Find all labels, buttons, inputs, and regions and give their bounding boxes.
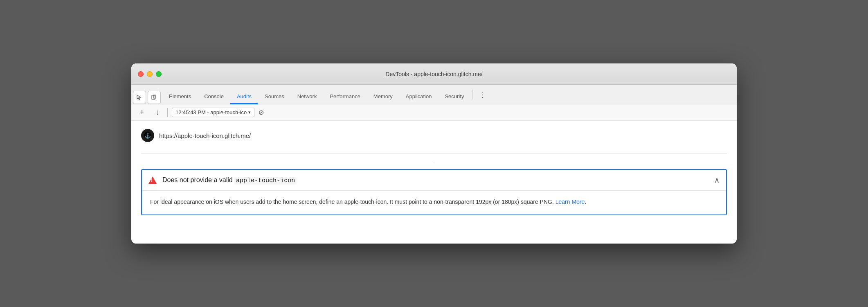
add-audit-button[interactable]: + — [136, 107, 148, 118]
tab-elements[interactable]: Elements — [162, 90, 198, 104]
glitch-logo-icon: ⚓ — [144, 131, 152, 140]
warning-title-code: apple-touch-icon — [234, 177, 297, 185]
toolbar-separator — [167, 108, 168, 117]
dropdown-arrow-icon: ▾ — [248, 110, 251, 115]
clear-audits-button[interactable]: ⊘ — [259, 108, 264, 116]
traffic-lights — [138, 71, 162, 77]
audit-run-selector[interactable]: 12:45:43 PM - apple-touch-ico ▾ — [172, 108, 254, 117]
warning-panel: Does not provide a valid apple-touch-ico… — [141, 169, 727, 215]
more-tabs-button[interactable]: ⋮ — [474, 87, 491, 102]
tab-application[interactable]: Application — [399, 90, 438, 104]
tab-security[interactable]: Security — [438, 90, 470, 104]
site-icon: ⚓ — [141, 129, 154, 142]
device-icon — [151, 94, 157, 101]
tab-performance[interactable]: Performance — [323, 90, 367, 104]
svg-text:⚓: ⚓ — [144, 132, 151, 139]
page-url: https://apple-touch-icon.glitch.me/ — [159, 132, 251, 139]
learn-more-link[interactable]: Learn More — [555, 199, 585, 205]
cursor-icon — [136, 94, 143, 101]
device-toolbar-button[interactable] — [148, 91, 161, 104]
content-divider — [141, 154, 727, 154]
warning-title: Does not provide a valid apple-touch-ico… — [162, 176, 714, 184]
secondary-toolbar: + ↓ 12:45:43 PM - apple-touch-ico ▾ ⊘ — [131, 104, 737, 121]
warning-title-plain: Does not provide a valid — [162, 176, 234, 183]
devtools-window: DevTools - apple-touch-icon.glitch.me/ E… — [131, 63, 737, 244]
audit-selector-text: 12:45:43 PM - apple-touch-ico — [175, 109, 247, 115]
warning-header[interactable]: Does not provide a valid apple-touch-ico… — [142, 170, 726, 190]
warning-body: For ideal appearance on iOS when users a… — [142, 190, 726, 214]
tab-network[interactable]: Network — [291, 90, 324, 104]
warning-body-text: For ideal appearance on iOS when users a… — [150, 199, 554, 205]
section-dot: · — [141, 160, 727, 165]
tab-bar: Elements Console Audits Sources Network … — [131, 85, 737, 104]
maximize-button[interactable] — [156, 71, 162, 77]
tab-divider — [472, 90, 472, 99]
close-button[interactable] — [138, 71, 144, 77]
element-picker-button[interactable] — [133, 91, 146, 104]
tab-sources[interactable]: Sources — [258, 90, 291, 104]
title-bar: DevTools - apple-touch-icon.glitch.me/ — [131, 63, 737, 85]
url-bar: ⚓ https://apple-touch-icon.glitch.me/ — [141, 129, 727, 145]
collapse-icon[interactable]: ∧ — [714, 176, 720, 185]
tab-console[interactable]: Console — [198, 90, 230, 104]
download-button[interactable]: ↓ — [152, 107, 163, 118]
warning-description: For ideal appearance on iOS when users a… — [150, 197, 718, 206]
minimize-button[interactable] — [147, 71, 153, 77]
window-title: DevTools - apple-touch-icon.glitch.me/ — [385, 71, 482, 77]
tab-memory[interactable]: Memory — [367, 90, 399, 104]
content-area: ⚓ https://apple-touch-icon.glitch.me/ · … — [131, 121, 737, 244]
tab-audits[interactable]: Audits — [230, 90, 258, 104]
warning-triangle-icon — [148, 176, 157, 184]
